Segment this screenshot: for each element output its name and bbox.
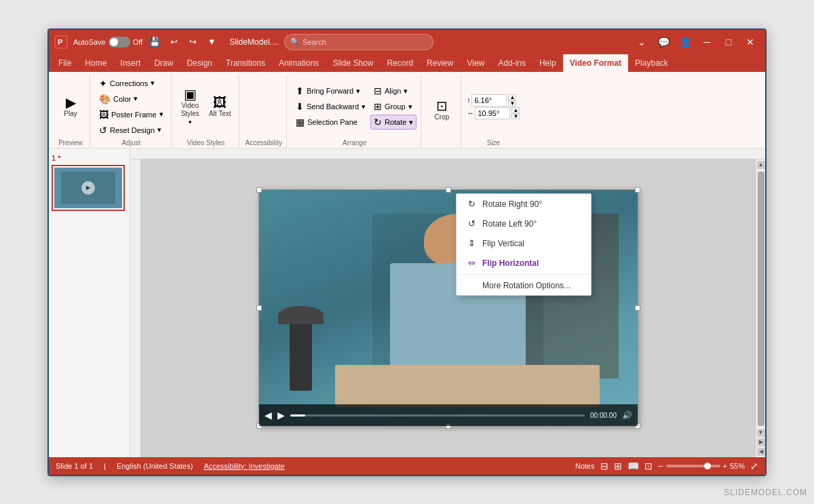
poster-frame-button[interactable]: 🖼 Poster Frame ▾ (96, 107, 167, 122)
tab-review[interactable]: Review (420, 54, 460, 72)
share-button[interactable]: 👤 (676, 33, 695, 52)
tab-help[interactable]: Help (532, 54, 563, 72)
fit-slide-icon[interactable]: ⤢ (750, 461, 758, 471)
group-arrange: ⬆ Bring Forward ▾ ⬇ Send Backward ▾ ▦ Se… (288, 75, 421, 148)
crop-button[interactable]: ⊡ Crop (427, 90, 457, 131)
autosave-toggle[interactable] (109, 37, 130, 47)
horizontal-ruler (130, 149, 765, 159)
tab-view[interactable]: View (460, 54, 491, 72)
notes-button[interactable]: Notes (575, 462, 595, 470)
tab-slide-show[interactable]: Slide Show (326, 54, 380, 72)
height-input[interactable] (471, 94, 507, 106)
crop-icon: ⊡ (436, 99, 448, 113)
zoom-out-icon[interactable]: ─ (658, 462, 663, 470)
video-play-button[interactable]: ◀ (265, 410, 272, 421)
tab-animations[interactable]: Animations (272, 54, 326, 72)
adjust-group-label: Adjust (121, 139, 140, 148)
tab-transitions[interactable]: Transitions (219, 54, 272, 72)
send-backward-label: Send Backward (307, 102, 359, 111)
video-styles-group-label: Video Styles (187, 139, 225, 148)
scroll-left-arrow[interactable]: ◀ (757, 448, 765, 456)
rotate-align-stack: ⊟ Align ▾ ⊞ Group ▾ ↻ Rotate ▾ (370, 83, 416, 130)
customize-button[interactable]: ▼ (204, 34, 220, 50)
volume-icon[interactable]: 🔊 (622, 410, 632, 420)
reset-design-button[interactable]: ↺ Reset Design ▾ (96, 123, 167, 138)
normal-view-icon[interactable]: ⊟ (600, 461, 608, 471)
tab-playback[interactable]: Playback (628, 54, 675, 72)
ribbon-collapse-button[interactable]: ⌄ (632, 33, 651, 52)
save-button[interactable]: 💾 (147, 34, 163, 50)
width-input[interactable] (475, 107, 510, 119)
ribbon-tab-bar: File Home Insert Draw Design Transitions… (49, 54, 765, 72)
zoom-slider[interactable] (666, 465, 720, 467)
slide-thumbnail[interactable]: ▶ (52, 165, 125, 211)
minimize-button[interactable]: ─ (697, 33, 716, 52)
group-button[interactable]: ⊞ Group ▾ (370, 99, 416, 114)
tab-add-ins[interactable]: Add-ins (491, 54, 532, 72)
rotate-right-item[interactable]: ↻ Rotate Right 90° (457, 194, 591, 214)
height-up[interactable]: ▲ (508, 94, 516, 100)
selection-pane-button[interactable]: ▦ Selection Pane (292, 115, 369, 130)
video-controls-bar: ◀ ▶ 00:00.00 🔊 (259, 404, 638, 426)
scroll-up-arrow[interactable]: ▲ (757, 161, 765, 169)
tab-draw[interactable]: Draw (147, 54, 180, 72)
scroll-right-arrow[interactable]: ▶ (757, 438, 765, 446)
video-progress-bar[interactable] (290, 414, 585, 416)
rotate-right-icon: ↻ (466, 199, 477, 209)
search-box[interactable]: 🔍 (284, 34, 433, 50)
zoom-in-icon[interactable]: + (723, 462, 727, 470)
reading-view-icon[interactable]: 📖 (627, 461, 639, 471)
comments-button[interactable]: 💬 (654, 33, 673, 52)
align-button[interactable]: ⊟ Align ▾ (370, 83, 416, 98)
flip-vertical-item[interactable]: ⇕ Flip Vertical (457, 233, 591, 253)
tab-insert[interactable]: Insert (113, 54, 147, 72)
tab-home[interactable]: Home (78, 54, 113, 72)
scroll-down-arrow[interactable]: ▼ (757, 429, 765, 437)
alt-text-button[interactable]: 🖼 Alt Text (205, 93, 235, 121)
tab-video-format[interactable]: Video Format (563, 54, 628, 72)
tab-file[interactable]: File (52, 54, 78, 72)
preview-group-label: Preview (58, 139, 83, 148)
color-button[interactable]: 🎨 Color ▾ (96, 92, 167, 106)
slide-sorter-icon[interactable]: ⊞ (614, 461, 622, 471)
search-input[interactable] (303, 38, 427, 46)
slide-canvas[interactable]: ◀ ▶ 00:00.00 🔊 ↻ Rotate (258, 189, 638, 427)
corrections-button[interactable]: ✦ Corrections ▾ (96, 76, 167, 91)
handle-mid-left[interactable] (256, 305, 262, 311)
redo-button[interactable]: ↪ (185, 34, 201, 50)
undo-button[interactable]: ↩ (166, 34, 182, 50)
video-play-button2[interactable]: ▶ (277, 410, 285, 421)
maximize-button[interactable]: □ (719, 33, 738, 52)
handle-mid-right[interactable] (635, 305, 640, 311)
slide-canvas-area[interactable]: ◀ ▶ 00:00.00 🔊 ↻ Rotate (141, 159, 756, 457)
corrections-arrow: ▾ (151, 79, 155, 88)
handle-top-right[interactable] (635, 187, 640, 193)
rotate-button[interactable]: ↻ Rotate ▾ (370, 115, 416, 130)
send-backward-button[interactable]: ⬇ Send Backward ▾ (292, 99, 369, 114)
group-crop: ⊡ Crop (423, 75, 461, 148)
more-rotation-item[interactable]: More Rotation Options... (457, 276, 591, 295)
width-spinners: ▲ ▼ (511, 107, 520, 119)
height-down[interactable]: ▼ (508, 100, 516, 106)
zoom-control: ─ + 55% (658, 462, 745, 470)
presenter-view-icon[interactable]: ⊡ (644, 461, 653, 471)
app-window: P AutoSave Off 💾 ↩ ↪ ▼ SlideModel.... 🔍 … (47, 28, 767, 476)
bring-forward-icon: ⬆ (296, 85, 304, 96)
close-button[interactable]: ✕ (741, 33, 760, 52)
video-styles-button[interactable]: ▣ VideoStyles ▾ (177, 85, 204, 128)
poster-frame-icon: 🖼 (99, 109, 109, 120)
play-button[interactable]: ▶ Play (56, 86, 85, 127)
width-up[interactable]: ▲ (511, 107, 520, 113)
vertical-scrollbar[interactable]: ▲ ▼ ▶ ◀ (756, 159, 765, 457)
scroll-thumb[interactable] (758, 172, 764, 426)
powerpoint-logo: P (54, 35, 68, 49)
handle-top-mid[interactable] (446, 187, 451, 193)
tab-design[interactable]: Design (180, 54, 218, 72)
accessibility-info[interactable]: Accessibility: Investigate (204, 462, 284, 470)
flip-horizontal-item[interactable]: ⇔ Flip Horizontal (457, 253, 591, 273)
rotate-left-item[interactable]: ↺ Rotate Left 90° (457, 214, 591, 233)
width-down[interactable]: ▼ (511, 113, 520, 119)
handle-top-left[interactable] (256, 187, 262, 193)
tab-record[interactable]: Record (380, 54, 420, 72)
bring-forward-button[interactable]: ⬆ Bring Forward ▾ (292, 83, 369, 98)
